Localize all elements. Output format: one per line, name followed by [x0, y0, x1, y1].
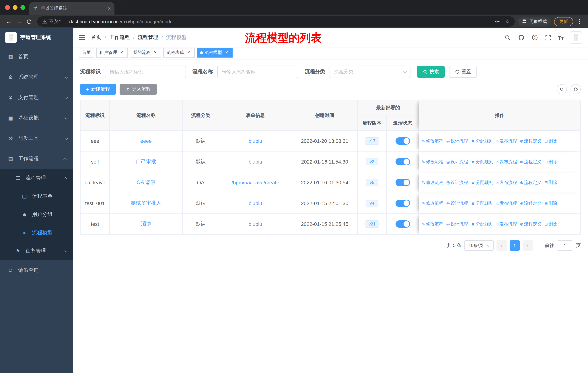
action-publish-process[interactable]: ☝发布流程: [496, 201, 517, 206]
avatar[interactable]: [570, 31, 582, 44]
goto-page-input[interactable]: [557, 240, 573, 251]
reset-button[interactable]: 重置: [449, 66, 477, 78]
breadcrumb-item[interactable]: 首页: [91, 34, 101, 41]
tags-view-item[interactable]: 流程模型×: [197, 48, 232, 57]
sidebar-item-gear[interactable]: ⚙系统管理: [0, 67, 73, 87]
form-info-link[interactable]: biubiu: [249, 221, 262, 227]
next-page-button[interactable]: ›: [523, 240, 533, 251]
sidebar-item-tools[interactable]: ⚒研发工具: [0, 128, 73, 149]
action-design-process[interactable]: ◎设计流程: [446, 222, 468, 227]
action-process-definition[interactable]: ⊕流程定义: [520, 180, 541, 185]
search-button[interactable]: 搜索: [417, 66, 445, 78]
sidebar-item-model[interactable]: ➤流程模型: [0, 224, 73, 242]
reload-icon[interactable]: [24, 15, 34, 28]
action-process-definition[interactable]: ⊕流程定义: [520, 138, 541, 143]
action-edit-process[interactable]: ✎修改流程: [422, 180, 443, 185]
active-status-toggle[interactable]: [395, 200, 410, 207]
password-key-icon[interactable]: [494, 19, 500, 24]
maximize-window-button[interactable]: [21, 5, 25, 10]
fullscreen-icon[interactable]: [545, 34, 552, 41]
action-edit-process[interactable]: ✎修改流程: [422, 159, 443, 164]
create-process-button[interactable]: + 新建流程: [80, 84, 116, 95]
address-bar[interactable]: 不安全 dashboard.yudao.iocoder.cn/bpm/manag…: [37, 16, 515, 27]
process-name-link[interactable]: eeee: [140, 138, 152, 144]
tags-view-item[interactable]: 租户管理×: [96, 48, 128, 57]
bookmark-star-icon[interactable]: ☆: [505, 19, 510, 24]
action-delete[interactable]: ⊟删除: [545, 222, 557, 227]
toggle-search-button[interactable]: [557, 84, 567, 94]
app-logo-row[interactable]: 芋道管理系统: [0, 28, 73, 47]
active-status-toggle[interactable]: [395, 220, 410, 228]
github-icon[interactable]: [517, 34, 525, 41]
tab-close-icon[interactable]: ×: [108, 6, 111, 11]
tags-view-item[interactable]: 我的流程×: [130, 48, 161, 57]
sidebar-item-user[interactable]: ☺请假查询: [0, 260, 73, 281]
security-label[interactable]: 不安全: [49, 18, 62, 25]
tag-close-icon[interactable]: ×: [186, 50, 191, 55]
browser-menu-icon[interactable]: ⋮: [577, 18, 582, 25]
process-name-link[interactable]: 自己审批: [136, 159, 156, 164]
refresh-table-button[interactable]: [570, 84, 581, 94]
new-tab-button[interactable]: +: [120, 4, 128, 12]
sidebar-item-workflow[interactable]: ▤工作流程: [0, 149, 73, 169]
sidebar-item-task[interactable]: ⚑任务管理: [0, 242, 73, 260]
action-design-process[interactable]: ◎设计流程: [446, 159, 468, 164]
action-process-definition[interactable]: ⊕流程定义: [520, 201, 541, 206]
form-info-link[interactable]: biubiu: [249, 200, 262, 206]
tag-close-icon[interactable]: ×: [224, 50, 229, 55]
action-design-process[interactable]: ◎设计流程: [446, 201, 468, 206]
process-key-input[interactable]: [105, 66, 186, 78]
help-icon[interactable]: ?: [531, 34, 538, 41]
sidebar-item-process-management[interactable]: ☰流程管理: [0, 169, 73, 187]
tag-close-icon[interactable]: ×: [119, 50, 124, 55]
action-publish-process[interactable]: ☝发布流程: [496, 138, 517, 143]
action-publish-process[interactable]: ☝发布流程: [496, 180, 517, 185]
action-process-definition[interactable]: ⊕流程定义: [520, 222, 541, 227]
browser-tab[interactable]: 芋道管理系统 ×: [29, 2, 115, 15]
page-size-select[interactable]: 10条/页: [465, 240, 494, 251]
sidebar-item-user-group[interactable]: ☻用户分组: [0, 205, 73, 224]
active-status-toggle[interactable]: [395, 179, 410, 186]
forward-icon[interactable]: →: [14, 15, 24, 28]
action-assign-rule[interactable]: ☻分配规则: [471, 159, 494, 164]
action-assign-rule[interactable]: ☻分配规则: [471, 201, 494, 206]
action-assign-rule[interactable]: ☻分配规则: [471, 180, 494, 185]
category-select[interactable]: 流程分类: [330, 66, 410, 78]
action-design-process[interactable]: ◎设计流程: [446, 138, 468, 143]
active-status-toggle[interactable]: [395, 158, 410, 165]
process-name-link[interactable]: 滔博: [141, 221, 151, 227]
sidebar-item-form[interactable]: ▢流程表单: [0, 187, 73, 205]
tags-view-item[interactable]: 流程表单×: [163, 48, 195, 57]
minimize-window-button[interactable]: [13, 5, 18, 10]
action-delete[interactable]: ⊟删除: [545, 138, 557, 143]
action-publish-process[interactable]: ☝发布流程: [496, 159, 517, 164]
sidebar-item-dashboard[interactable]: ▦首页: [0, 47, 73, 67]
action-delete[interactable]: ⊟删除: [545, 159, 557, 164]
close-window-button[interactable]: [5, 5, 10, 10]
font-size-icon[interactable]: TT: [558, 34, 564, 40]
browser-update-button[interactable]: 更新: [554, 17, 573, 26]
action-edit-process[interactable]: ✎修改流程: [422, 222, 443, 227]
action-publish-process[interactable]: ☝发布流程: [496, 222, 517, 227]
form-info-link[interactable]: /bpm/oa/leave/create: [231, 180, 279, 185]
form-info-link[interactable]: biubiu: [249, 159, 262, 165]
tags-view-item[interactable]: 首页: [79, 48, 94, 57]
search-icon[interactable]: [504, 34, 511, 41]
page-1-button[interactable]: 1: [510, 240, 520, 251]
sidebar-item-payment[interactable]: ¥支付管理: [0, 87, 73, 108]
process-name-link[interactable]: OA 请假: [137, 179, 156, 185]
breadcrumb-item[interactable]: 工作流程: [109, 34, 130, 41]
process-name-link[interactable]: 测试多审批人: [131, 200, 161, 206]
action-assign-rule[interactable]: ☻分配规则: [471, 222, 494, 227]
action-process-definition[interactable]: ⊕流程定义: [520, 159, 541, 164]
prev-page-button[interactable]: ‹: [496, 240, 507, 251]
action-edit-process[interactable]: ✎修改流程: [422, 201, 443, 206]
hamburger-icon[interactable]: [79, 35, 85, 40]
breadcrumb-item[interactable]: 流程管理: [138, 34, 158, 41]
sidebar-item-infrastructure[interactable]: ▣基础设施: [0, 108, 73, 128]
action-assign-rule[interactable]: ☻分配规则: [471, 138, 494, 143]
import-process-button[interactable]: 导入流程: [120, 84, 157, 95]
active-status-toggle[interactable]: [395, 137, 410, 145]
action-edit-process[interactable]: ✎修改流程: [422, 138, 443, 143]
form-info-link[interactable]: biubiu: [249, 138, 262, 144]
